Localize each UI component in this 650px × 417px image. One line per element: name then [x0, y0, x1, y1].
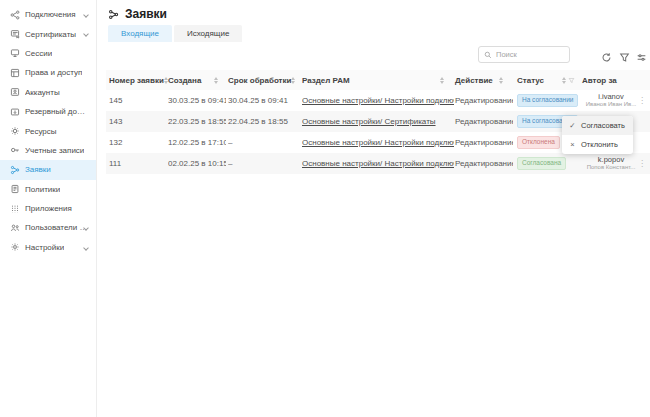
column-header-pam-section[interactable]: Раздел PAM — [302, 70, 444, 90]
requests-icon — [108, 9, 119, 20]
sidebar-item-rights-access[interactable]: Права и доступ — [0, 63, 96, 82]
sidebar-item-label: Приложения — [25, 204, 72, 213]
sort-icon[interactable] — [562, 77, 566, 84]
accounts-icon — [10, 87, 20, 97]
sidebar-item-accounts[interactable]: Аккаунты — [0, 83, 96, 102]
sidebar-item-label: Сертификаты — [25, 30, 76, 39]
search-icon — [484, 51, 492, 59]
cell-action: Редактирование — [455, 111, 513, 132]
column-header-deadline[interactable]: Срок обработки — [228, 70, 290, 90]
sidebar-item-label: Права и доступ — [25, 68, 82, 77]
sidebar-item-credentials[interactable]: Учетные записи — [0, 141, 96, 160]
column-header-status[interactable]: Статус — [517, 70, 575, 90]
policies-icon — [10, 184, 20, 194]
column-header-author[interactable]: Автор за — [582, 70, 642, 90]
column-header-request-number[interactable]: Номер заявки — [109, 70, 159, 90]
x-icon: × — [569, 140, 576, 149]
sidebar-item-applications[interactable]: Приложения — [0, 199, 96, 218]
tabs: Входящие Исходящие — [108, 25, 244, 42]
chevron-down-icon — [83, 245, 89, 251]
cell-deadline: – — [228, 132, 300, 153]
status-badge: Согласована — [517, 157, 566, 170]
search-input[interactable] — [496, 50, 564, 59]
table-row[interactable]: 111 02.02.25 в 10:15 – Основные настройк… — [106, 153, 650, 174]
sort-icon[interactable] — [291, 77, 295, 84]
sidebar: Подключения Сертификаты Сессии Права и д… — [0, 0, 97, 417]
menu-item-reject[interactable]: × Отклонить — [562, 135, 633, 154]
row-menu-icon[interactable]: ⋮ — [638, 153, 646, 174]
refresh-icon[interactable] — [601, 49, 612, 60]
cell-deadline: 22.04.25 в 18:55 — [228, 111, 300, 132]
key-icon — [10, 145, 20, 155]
sidebar-item-label: Пользователи и гр... — [25, 223, 88, 232]
cell-author: k.popov Попов Констант... — [582, 153, 640, 174]
sidebar-item-label: Подключения — [25, 10, 76, 19]
sidebar-item-certificates[interactable]: Сертификаты — [0, 24, 96, 43]
cell-deadline: – — [228, 153, 300, 174]
filter-icon[interactable] — [568, 77, 575, 84]
status-badge: На согласовании — [517, 94, 578, 107]
cell-action: Редактирование — [455, 90, 513, 111]
connections-icon — [10, 10, 20, 20]
sidebar-item-connections[interactable]: Подключения — [0, 5, 96, 24]
pam-section-link[interactable]: Основные настройки/ Настройки подключени… — [302, 96, 454, 105]
sidebar-item-label: Настройки — [25, 243, 64, 252]
cell-request-number: 132 — [109, 132, 165, 153]
cell-request-number: 111 — [109, 153, 165, 174]
chevron-down-icon — [83, 12, 89, 18]
sidebar-item-policies[interactable]: Политики — [0, 180, 96, 199]
certificates-icon — [10, 29, 20, 39]
sort-icon[interactable] — [499, 77, 503, 84]
row-context-menu: ✓ Согласовать × Отклонить — [562, 116, 633, 154]
sidebar-item-users-groups[interactable]: Пользователи и гр... — [0, 218, 96, 237]
cell-deadline: 30.04.25 в 09:41 — [228, 90, 300, 111]
row-menu-icon[interactable]: ⋮ — [638, 90, 646, 111]
pam-section-link[interactable]: Основные настройки/ Настройки подключени… — [302, 159, 454, 168]
chevron-down-icon — [83, 32, 89, 38]
cell-created: 30.03.25 в 09:41 — [168, 90, 226, 111]
check-icon: ✓ — [569, 121, 576, 130]
sidebar-item-label: Ресурсы — [25, 127, 57, 136]
sort-icon[interactable] — [440, 77, 444, 84]
page-title: Заявки — [108, 7, 167, 21]
pam-section-link[interactable]: Основные настройки/ Сертификаты — [302, 117, 436, 126]
gear-icon — [10, 242, 20, 252]
cell-request-number: 145 — [109, 90, 165, 111]
cell-author: i.ivanov Иванов Иван Ив... — [582, 90, 640, 111]
filter-icon[interactable] — [619, 49, 630, 60]
reserve-access-icon — [10, 107, 20, 117]
sidebar-item-label: Учетные записи — [25, 146, 84, 155]
cell-created: 12.02.25 в 17:10 — [168, 132, 226, 153]
column-settings-icon[interactable] — [636, 49, 647, 60]
cell-request-number: 143 — [109, 111, 165, 132]
rights-access-icon — [10, 68, 20, 78]
sidebar-item-requests[interactable]: Заявки — [0, 160, 96, 179]
sidebar-item-label: Резервный доступ — [25, 107, 88, 116]
applications-icon — [10, 204, 20, 214]
search-box — [478, 46, 570, 63]
sidebar-item-label: Сессии — [25, 49, 52, 58]
table-header: Номер заявки Создана Срок обработки Разд… — [106, 70, 650, 90]
sidebar-item-label: Аккаунты — [25, 88, 60, 97]
tab-outgoing[interactable]: Исходящие — [174, 25, 242, 42]
tab-incoming[interactable]: Входящие — [108, 25, 172, 42]
sidebar-item-resources[interactable]: Ресурсы — [0, 121, 96, 140]
sessions-icon — [10, 48, 20, 58]
status-badge: Отклонена — [517, 136, 560, 149]
sort-icon[interactable] — [214, 77, 218, 84]
cell-created: 02.02.25 в 10:15 — [168, 153, 226, 174]
resources-icon — [10, 126, 20, 136]
table-row[interactable]: 145 30.03.25 в 09:41 30.04.25 в 09:41 Ос… — [106, 90, 650, 111]
users-groups-icon — [10, 223, 20, 233]
cell-action: Редактирование — [455, 132, 513, 153]
menu-item-approve[interactable]: ✓ Согласовать — [562, 116, 633, 135]
pam-section-link[interactable]: Основные настройки/ Настройки подключени… — [302, 138, 454, 147]
column-header-created[interactable]: Создана — [168, 70, 218, 90]
sidebar-item-sessions[interactable]: Сессии — [0, 44, 96, 63]
sidebar-item-reserve-access[interactable]: Резервный доступ — [0, 102, 96, 121]
sidebar-item-label: Заявки — [25, 165, 51, 174]
requests-icon — [10, 165, 20, 175]
cell-created: 22.03.25 в 18:55 — [168, 111, 226, 132]
sidebar-item-settings[interactable]: Настройки — [0, 238, 96, 257]
column-header-action[interactable]: Действие — [455, 70, 503, 90]
